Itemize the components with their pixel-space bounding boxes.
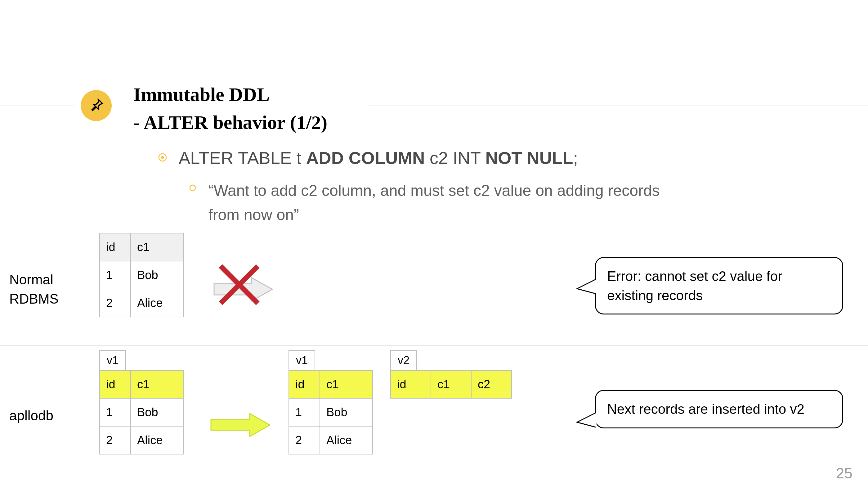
th-c1: c1 <box>131 233 183 261</box>
pin-badge <box>81 90 112 121</box>
slide-title: Immutable DDL - ALTER behavior (1/2) <box>133 81 327 137</box>
rule-top-left <box>0 106 74 106</box>
callout-next-text: Next records are inserted into v2 <box>607 401 804 417</box>
table-row: 2 Alice <box>289 426 373 454</box>
bullet-sub: “Want to add c2 column, and must set c2 … <box>189 179 673 227</box>
th-c1: c1 <box>431 370 471 398</box>
sql-part-1: ALTER TABLE t <box>179 148 306 168</box>
callout-error: Error: cannot set c2 value for existing … <box>595 257 843 314</box>
cell: 1 <box>100 398 131 426</box>
sql-part-2: ADD COLUMN <box>306 148 425 168</box>
cell: 2 <box>289 426 320 454</box>
table-normal: id c1 1 Bob 2 Alice <box>99 233 184 317</box>
table-ap-v1b: id c1 1 Bob 2 Alice <box>288 370 373 455</box>
cell: 1 <box>289 398 320 426</box>
version-label-v1: v1 <box>99 350 126 370</box>
th-id: id <box>100 233 131 261</box>
table-row: 1 Bob <box>100 398 183 426</box>
th-id: id <box>289 370 320 398</box>
callout-tail-icon <box>575 410 597 431</box>
svg-point-2 <box>190 185 195 191</box>
bullet-sub-text: “Want to add c2 column, and must set c2 … <box>209 179 673 227</box>
table-row: 1 Bob <box>289 398 373 426</box>
table-row: 2 Alice <box>100 289 183 317</box>
arrow-icon <box>208 411 273 440</box>
bullet-dot-icon <box>158 153 167 163</box>
table-ap-v1: id c1 1 Bob 2 Alice <box>99 370 184 455</box>
section-divider <box>0 345 868 346</box>
cell: 1 <box>100 261 131 289</box>
cell: Alice <box>131 289 183 317</box>
sql-part-5: ; <box>573 148 578 168</box>
pin-icon <box>88 96 104 115</box>
cell: Alice <box>320 426 373 454</box>
cell: 2 <box>100 289 131 317</box>
bullet-circle-icon <box>189 184 196 193</box>
label-normal-text: Normal RDBMS <box>9 272 59 307</box>
label-apllodb-text: apllodb <box>9 408 53 423</box>
cell: Bob <box>131 261 183 289</box>
table-row: 1 Bob <box>100 261 183 289</box>
th-id: id <box>391 370 431 398</box>
th-c2: c2 <box>471 370 512 398</box>
callout-next: Next records are inserted into v2 <box>595 390 843 428</box>
rule-top-right <box>369 106 868 106</box>
sql-part-3: c2 INT <box>425 148 485 168</box>
table-row: 2 Alice <box>100 426 183 454</box>
svg-point-1 <box>161 156 164 159</box>
bullet-main-text: ALTER TABLE t ADD COLUMN c2 INT NOT NULL… <box>179 148 578 168</box>
cell: Alice <box>131 426 183 454</box>
label-apllodb: apllodb <box>9 406 53 425</box>
title-line-2: - ALTER behavior (1/2) <box>133 109 327 137</box>
callout-tail-icon <box>575 276 597 298</box>
page-number: 25 <box>836 465 852 482</box>
bullet-main: ALTER TABLE t ADD COLUMN c2 INT NOT NULL… <box>158 148 578 168</box>
version-label-v1: v1 <box>288 350 315 370</box>
th-id: id <box>100 370 131 398</box>
callout-error-text: Error: cannot set c2 value for existing … <box>607 268 782 303</box>
th-c1: c1 <box>320 370 373 398</box>
arrow-icon <box>211 274 276 306</box>
cell: Bob <box>320 398 373 426</box>
sql-part-4: NOT NULL <box>485 148 573 168</box>
th-c1: c1 <box>131 370 183 398</box>
version-label-v2: v2 <box>390 350 417 370</box>
label-normal-rdbms: Normal RDBMS <box>9 270 59 308</box>
title-line-1: Immutable DDL <box>133 81 327 109</box>
cell: 2 <box>100 426 131 454</box>
table-ap-v2: id c1 c2 <box>390 370 512 399</box>
cell: Bob <box>131 398 183 426</box>
